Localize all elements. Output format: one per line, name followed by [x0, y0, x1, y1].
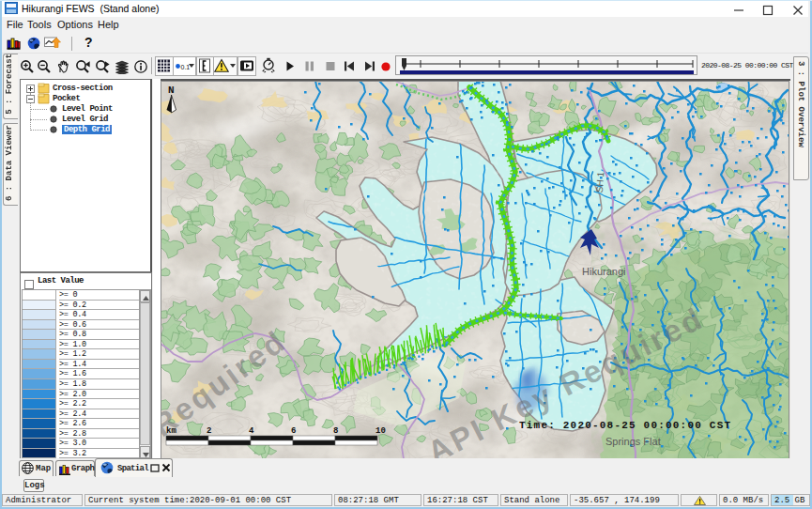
svg-text:Time: 2020-08-25 00:00:00 CST: Time: 2020-08-25 00:00:00 CST	[519, 420, 731, 431]
svg-text:6: 6	[291, 426, 296, 436]
svg-text:km: km	[166, 426, 176, 436]
svg-text:8: 8	[333, 426, 338, 436]
svg-text:Springs Flat: Springs Flat	[605, 436, 661, 447]
svg-text:Hikurangi: Hikurangi	[582, 266, 625, 277]
svg-text:SH 1: SH 1	[594, 171, 606, 193]
svg-text:2: 2	[207, 426, 211, 436]
svg-text:?: ?	[84, 36, 93, 50]
svg-text:N: N	[168, 85, 175, 96]
svg-text:4: 4	[249, 426, 254, 436]
svg-text:10: 10	[375, 426, 386, 436]
